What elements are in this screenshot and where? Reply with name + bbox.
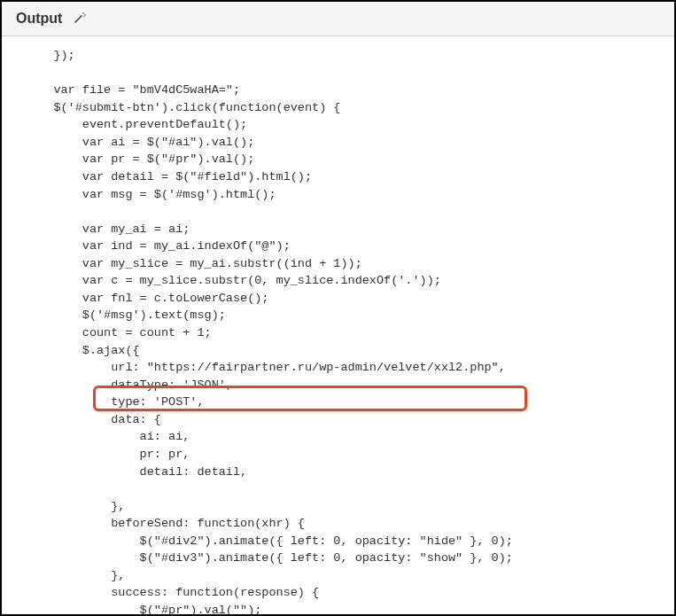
- magic-wand-icon[interactable]: [73, 12, 87, 26]
- svg-point-1: [85, 14, 87, 16]
- svg-point-0: [83, 12, 85, 14]
- output-title: Output: [16, 11, 62, 27]
- code-text: }); var file = "bmV4dC5waHA="; $('#submi…: [25, 49, 513, 616]
- svg-point-2: [84, 16, 85, 17]
- code-output: }); var file = "bmV4dC5waHA="; $('#submi…: [2, 36, 674, 616]
- output-header: Output: [2, 2, 674, 36]
